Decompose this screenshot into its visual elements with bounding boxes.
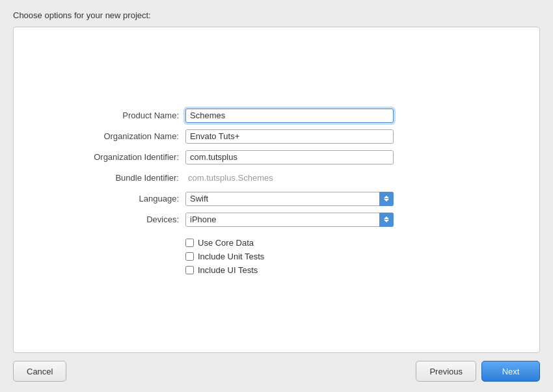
footer: Cancel Previous Next (0, 353, 553, 392)
product-name-label: Product Name: (55, 105, 185, 126)
main-content: Product Name: Organization Name: Organiz… (0, 27, 553, 353)
language-select-wrapper: Swift Objective-C (185, 192, 394, 206)
include-ui-tests-row: Include UI Tests (185, 265, 498, 275)
devices-label: Devices: (55, 209, 185, 230)
include-unit-tests-label: Include Unit Tests (198, 252, 264, 261)
checkboxes-empty-label (55, 230, 185, 275)
devices-select[interactable]: iPhone iPad Universal (185, 213, 394, 227)
devices-select-wrapper: iPhone iPad Universal (185, 213, 394, 227)
devices-field-cell: iPhone iPad Universal (185, 209, 498, 230)
use-core-data-checkbox[interactable] (185, 239, 194, 247)
language-row: Language: Swift Objective-C (55, 189, 498, 209)
org-name-row: Organization Name: (55, 126, 498, 147)
include-unit-tests-row: Include Unit Tests (185, 252, 498, 261)
product-name-field-cell (185, 105, 498, 126)
org-identifier-row: Organization Identifier: (55, 147, 498, 168)
bundle-id-field-cell: com.tutsplus.Schemes (185, 168, 498, 189)
language-field-cell: Swift Objective-C (185, 189, 498, 209)
org-identifier-input[interactable] (185, 150, 394, 164)
previous-button[interactable]: Previous (416, 361, 476, 382)
org-identifier-label: Organization Identifier: (55, 147, 185, 168)
include-ui-tests-label: Include UI Tests (198, 265, 258, 275)
language-select[interactable]: Swift Objective-C (185, 192, 394, 206)
org-name-label: Organization Name: (55, 126, 185, 147)
include-ui-tests-checkbox[interactable] (185, 266, 194, 274)
org-identifier-field-cell (185, 147, 498, 168)
checkboxes-row: Use Core Data Include Unit Tests Include… (55, 230, 498, 275)
language-label: Language: (55, 189, 185, 209)
product-name-input[interactable] (185, 109, 394, 123)
org-name-input[interactable] (185, 129, 394, 144)
product-name-row: Product Name: (55, 105, 498, 126)
org-name-field-cell (185, 126, 498, 147)
include-unit-tests-checkbox[interactable] (185, 252, 194, 261)
bundle-id-row: Bundle Identifier: com.tutsplus.Schemes (55, 168, 498, 189)
dialog-title: Choose options for your new project: (0, 0, 553, 27)
devices-row: Devices: iPhone iPad Universal (55, 209, 498, 230)
bundle-id-label: Bundle Identifier: (55, 168, 185, 189)
bundle-id-value: com.tutsplus.Schemes (185, 173, 273, 183)
use-core-data-row: Use Core Data (185, 238, 498, 248)
cancel-button[interactable]: Cancel (13, 361, 66, 382)
form-panel: Product Name: Organization Name: Organiz… (13, 27, 540, 353)
checkboxes-cell: Use Core Data Include Unit Tests Include… (185, 230, 498, 275)
form-table: Product Name: Organization Name: Organiz… (55, 105, 498, 275)
next-button[interactable]: Next (481, 361, 540, 382)
use-core-data-label: Use Core Data (198, 238, 254, 248)
footer-right: Previous Next (416, 361, 540, 382)
